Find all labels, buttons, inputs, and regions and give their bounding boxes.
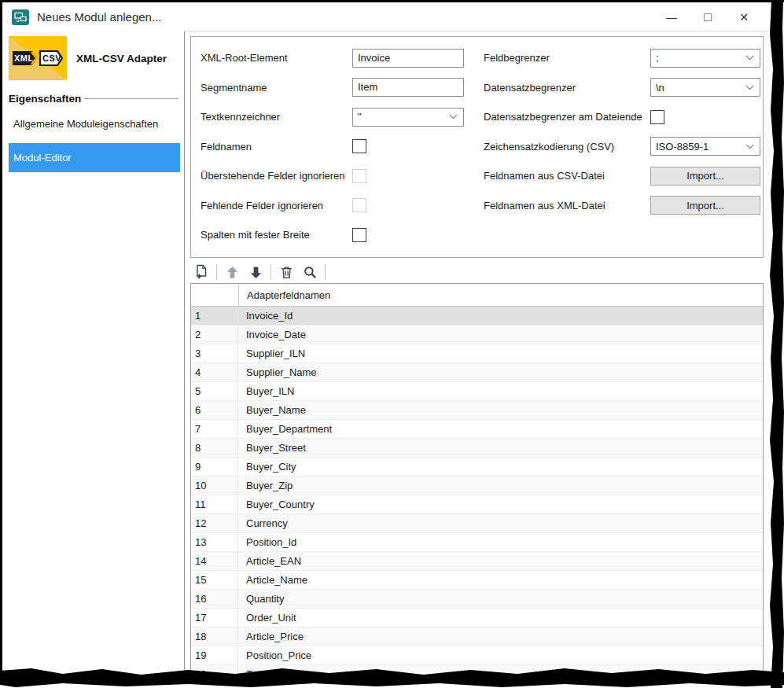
datensatzbegrenzer-am-dateiende-checkbox[interactable] [650,110,664,124]
table-row[interactable]: 16Quantity [191,590,763,609]
feldnamen-aus-csv-datei-row: Feldnamen aus CSV-DateiImport... [484,161,760,191]
table-row[interactable]: 15Article_Name [191,571,763,590]
row-name: Invoice_Id [238,307,763,325]
adapterfeldnamen-column-header: Adapterfeldnamen [239,284,763,306]
fehlende-felder-ignorieren-row: Fehlende Felder ignorieren [201,191,464,221]
move-up-button [223,263,241,281]
feldnamen-row: Feldnamen [201,132,464,162]
feldbegrenzer-select[interactable]: ; [650,49,760,68]
row-name: Supplier_Name [238,363,763,381]
row-number: 4 [191,363,238,381]
dialog-window: Neues Modul anlegen... — □ ✕ XML [2,2,770,673]
spalten-mit-fester-breite-label: Spalten mit fester Breite [201,229,352,241]
toolbar-separator [271,264,271,280]
feldnamen-aus-csv-datei-button[interactable]: Import... [650,167,760,186]
search-button[interactable] [301,263,318,281]
add-field-button[interactable] [193,263,210,281]
toolbar-separator [325,264,326,280]
xml-root-element-row: XML-Root-ElementInvoice [201,43,464,73]
arrow-down-icon [248,265,263,280]
fehlende-felder-ignorieren-label: Fehlende Felder ignorieren [201,200,352,212]
textkennzeichner-label: Textkennzeichner [201,111,352,123]
table-row[interactable]: 7Buyer_Department [191,420,763,439]
segmentname-input[interactable]: Item [352,78,464,97]
table-row[interactable]: 6Buyer_Name [191,401,763,420]
row-name: Article_EAN [238,552,763,570]
form-column-left: XML-Root-ElementInvoiceSegmentnameItemTe… [201,43,464,251]
row-name: Buyer_City [238,458,763,476]
zeichensatzkodierung-csv-select[interactable]: ISO-8859-1 [650,137,760,156]
table-row[interactable]: 5Buyer_ILN [191,382,763,401]
table-row[interactable]: 14Article_EAN [191,552,763,571]
table-row[interactable]: 8Buyer_Street [191,439,763,458]
row-name: Buyer_Department [238,420,763,438]
chevron-down-icon [745,144,754,149]
xml-root-element-label: XML-Root-Element [201,52,352,64]
section-rule [84,98,178,99]
row-number: 18 [191,627,238,646]
feldnamen-aus-xml-datei-button[interactable]: Import... [650,196,760,215]
zeichensatzkodierung-csv-label: Zeichensatzkodierung (CSV) [484,141,650,153]
table-row[interactable]: 19Position_Price [191,646,763,665]
torn-edge-top [0,0,784,2]
row-number-column-header [191,284,239,306]
table-row[interactable]: 12Currency [191,514,763,533]
row-number: 7 [191,420,238,438]
table-row[interactable]: 4Supplier_Name [191,363,763,382]
datensatzbegrenzer-select[interactable]: \n [650,78,760,97]
table-row[interactable]: 3Supplier_ILN [191,344,763,363]
title-bar: Neues Modul anlegen... — □ ✕ [2,2,770,31]
sidebar-item-allgemeine-moduleigenschaften[interactable]: Allgemeine Moduleigenschaften [13,118,179,130]
textkennzeichner-row: Textkennzeichner" [201,102,464,132]
xml-csv-logo: XML CSV [9,36,67,80]
zeichensatzkodierung-csv-selected-value: ISO-8859-1 [656,141,745,153]
row-number: 9 [191,458,238,476]
close-button[interactable]: ✕ [726,5,762,30]
section-title: Eigenschaften [9,93,84,105]
table-row[interactable]: 9Buyer_City [191,458,763,476]
delete-button[interactable] [278,263,295,281]
datensatzbegrenzer-am-dateiende-row: Datensatzbegrenzer am Dateiende [484,102,760,132]
row-number: 3 [191,344,238,362]
feldnamen-aus-xml-datei-label: Feldnamen aus XML-Datei [484,200,650,212]
row-number: 16 [191,590,238,608]
table-row[interactable]: 18Article_Price [191,627,763,646]
textkennzeichner-selected-value: " [358,111,449,123]
datensatzbegrenzer-am-dateiende-label: Datensatzbegrenzer am Dateiende [484,111,650,123]
row-number: 12 [191,514,238,532]
move-down-button[interactable] [247,263,264,281]
row-number: 11 [191,495,238,513]
main-panel: XML-Root-ElementInvoiceSegmentnameItemTe… [185,31,770,673]
textkennzeichner-select[interactable]: " [352,108,464,127]
spalten-mit-fester-breite-checkbox[interactable] [352,228,366,242]
table-row[interactable]: 11Buyer_Country [191,495,763,514]
app-icon [12,9,29,25]
datensatzbegrenzer-label: Datensatzbegrenzer [484,82,650,94]
table-row[interactable]: 17Order_Unit [191,609,763,627]
ueberstehende-felder-ignorieren-label: Überstehende Felder ignorieren [201,170,352,182]
field-list-toolbar [190,261,764,283]
row-name: Position_Price [238,646,763,664]
table-row[interactable]: 10Buyer_Zip [191,476,763,495]
xml-root-element-input[interactable]: Invoice [352,49,464,68]
table-row[interactable]: 13Position_Id [191,533,763,552]
logo-xml-text: XML [14,53,34,63]
row-name: Invoice_Date [238,326,763,344]
feldbegrenzer-label: Feldbegrenzer [484,52,650,64]
feldnamen-checkbox[interactable] [352,139,366,153]
row-name: Buyer_Country [238,495,763,513]
row-name: Article_Name [238,571,763,589]
row-name: Article_Price [238,627,763,646]
row-name: Buyer_ILN [238,382,763,400]
table-row[interactable]: 1Invoice_Id [191,307,763,326]
maximize-button[interactable]: □ [690,5,726,30]
minimize-button[interactable]: — [653,5,690,30]
settings-groupbox: XML-Root-ElementInvoiceSegmentnameItemTe… [190,36,764,258]
fehlende-felder-ignorieren-checkbox [352,198,366,212]
feldnamen-label: Feldnamen [201,141,352,153]
sidebar-item-modul-editor[interactable]: Modul-Editor [9,143,180,172]
row-number: 2 [191,326,238,344]
table-row[interactable]: 2Invoice_Date [191,326,763,344]
arrow-up-icon [225,265,240,280]
dialog-body: XML CSV XML-CSV Adapter Eigenschaften Al… [2,31,770,673]
